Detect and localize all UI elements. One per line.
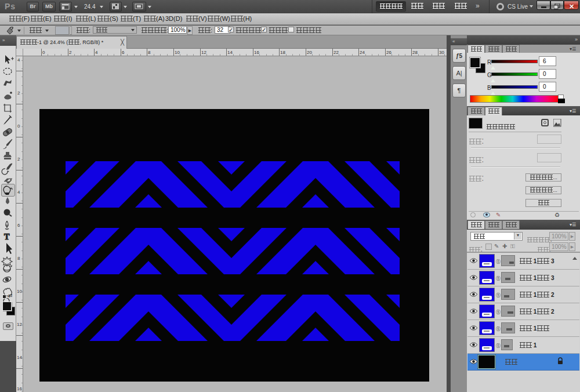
svg-text:T: T xyxy=(4,233,10,241)
